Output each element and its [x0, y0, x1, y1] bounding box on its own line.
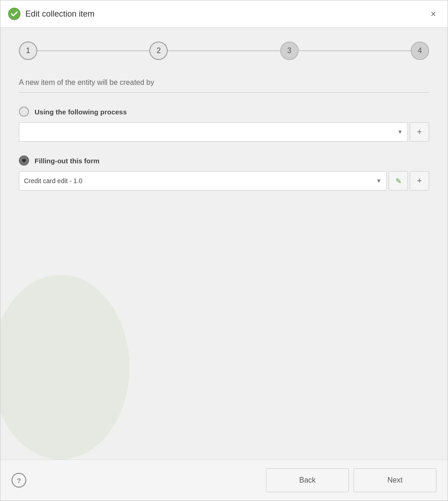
next-button[interactable]: Next: [354, 468, 436, 492]
process-option-label-row: Using the following process: [19, 107, 429, 117]
process-option-row: Using the following process ▼ +: [19, 107, 429, 142]
back-button[interactable]: Back: [266, 468, 349, 492]
step-circle-4: 4: [411, 42, 429, 60]
process-radio-button[interactable]: [19, 107, 29, 117]
process-dropdown-arrow-icon: ▼: [397, 129, 403, 135]
title-bar: Edit collection item ×: [0, 0, 448, 28]
form-edit-button[interactable]: ✎: [389, 171, 408, 191]
form-dropdown-value: Credit card edit - 1.0: [24, 177, 83, 185]
form-dropdown[interactable]: Credit card edit - 1.0 ▼: [19, 171, 387, 191]
form-option-label-row: Filling-out this form: [19, 155, 429, 166]
content-area: 1 2 3 4 A new item of the entity will be…: [0, 28, 448, 459]
dialog-title: Edit collection item: [25, 9, 94, 19]
help-button[interactable]: ?: [12, 473, 26, 488]
step-3: 3: [280, 42, 299, 60]
form-option-label: Filling-out this form: [35, 157, 100, 165]
process-dropdown[interactable]: ▼: [19, 122, 408, 142]
step-circle-2: 2: [149, 42, 168, 60]
step-circle-3: 3: [280, 42, 299, 60]
step-1: 1: [19, 42, 37, 60]
section-header-text: A new item of the entity will be created…: [19, 78, 429, 87]
footer: ? Back Next: [0, 459, 448, 501]
step-2: 2: [149, 42, 168, 60]
form-dropdown-arrow-icon: ▼: [376, 178, 382, 184]
svg-point-0: [8, 8, 20, 20]
close-button[interactable]: ×: [426, 7, 440, 21]
stepper-line: [19, 50, 429, 51]
form-dropdown-row: Credit card edit - 1.0 ▼ ✎ +: [19, 171, 429, 191]
background-decoration: [0, 275, 130, 459]
title-bar-left: Edit collection item: [8, 7, 94, 20]
form-add-button[interactable]: +: [410, 171, 429, 191]
form-option-row: Filling-out this form Credit card edit -…: [19, 155, 429, 191]
section-divider: [19, 92, 429, 93]
form-radio-button[interactable]: [19, 155, 29, 166]
stepper: 1 2 3 4: [19, 42, 429, 60]
app-icon: [8, 7, 21, 20]
process-dropdown-row: ▼ +: [19, 122, 429, 142]
footer-buttons: Back Next: [266, 468, 436, 492]
step-circle-1: 1: [19, 42, 37, 60]
process-option-label: Using the following process: [35, 108, 127, 116]
edit-collection-dialog: Edit collection item × 1 2 3 4 A n: [0, 0, 448, 501]
step-4: 4: [411, 42, 429, 60]
process-add-button[interactable]: +: [410, 122, 429, 142]
